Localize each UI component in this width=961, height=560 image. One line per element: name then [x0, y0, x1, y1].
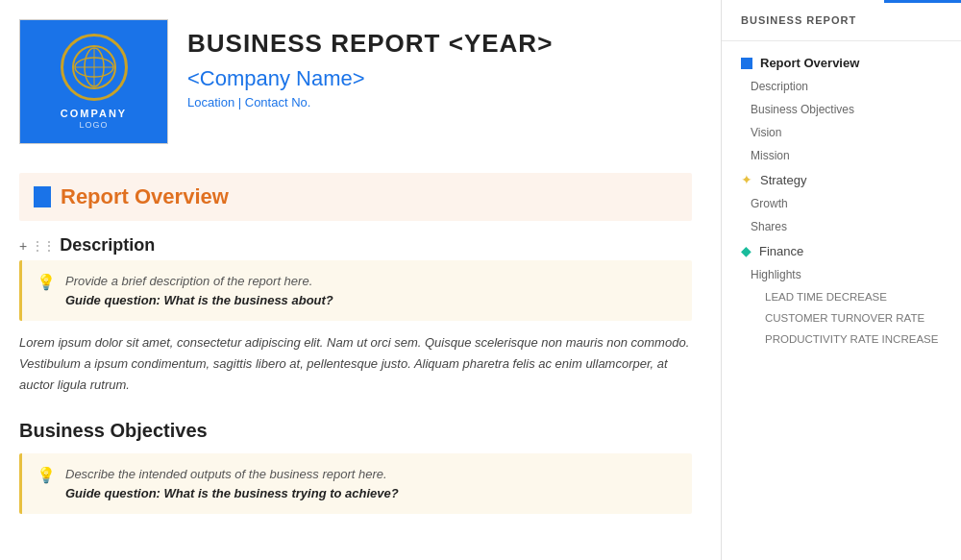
- sidebar-label-growth: Growth: [751, 197, 788, 210]
- bulb-icon: 💡: [37, 273, 56, 291]
- hint-line2: Guide question: What is the business abo…: [65, 291, 333, 310]
- overview-title: Report Overview: [61, 184, 229, 209]
- logo-company-text: COMPANY: [61, 107, 127, 120]
- sidebar-label-mission: Mission: [751, 149, 790, 162]
- objectives-hint-content: 💡 Describe the intended outputs of the b…: [37, 465, 678, 502]
- sidebar-label-report-overview: Report Overview: [760, 56, 859, 70]
- sidebar: BUSINESS REPORT Report Overview Descript…: [721, 0, 961, 560]
- objectives-hint-line2: Guide question: What is the business try…: [65, 484, 399, 503]
- report-title: BUSINESS REPORT <YEAR>: [187, 29, 553, 59]
- sidebar-label-customer-turnover: CUSTOMER TURNOVER RATE: [765, 312, 924, 324]
- sidebar-label-business-objectives: Business Objectives: [751, 103, 854, 116]
- objectives-hint-line1: Describe the intended outputs of the bus…: [65, 465, 399, 484]
- sidebar-label-shares: Shares: [751, 220, 787, 233]
- logo-circle: [61, 34, 128, 101]
- objectives-hint-text-wrapper: Describe the intended outputs of the bus…: [65, 465, 399, 502]
- sidebar-item-vision[interactable]: Vision: [722, 121, 961, 144]
- objectives-block: Business Objectives 💡 Describe the inten…: [19, 420, 692, 514]
- hint-content: 💡 Provide a brief description of the rep…: [37, 272, 678, 309]
- sidebar-item-shares[interactable]: Shares: [722, 215, 961, 238]
- description-heading: Description: [60, 235, 155, 256]
- logo-sub-text: LOGO: [79, 120, 108, 130]
- sidebar-label-finance: Finance: [759, 244, 803, 258]
- company-logo: COMPANY LOGO: [19, 19, 168, 144]
- description-block: + ⋮⋮ Description 💡 Provide a brief descr…: [19, 235, 692, 396]
- sidebar-item-finance[interactable]: ◆ Finance: [722, 238, 961, 263]
- logo-svg: [70, 43, 118, 91]
- overview-icon: [34, 186, 51, 207]
- sidebar-item-business-objectives[interactable]: Business Objectives: [722, 98, 961, 121]
- header-info: BUSINESS REPORT <YEAR> <Company Name> Lo…: [187, 19, 553, 110]
- page-header: COMPANY LOGO BUSINESS REPORT <YEAR> <Com…: [19, 19, 692, 144]
- description-controls: + ⋮⋮ Description: [19, 235, 692, 256]
- sidebar-title: BUSINESS REPORT: [722, 14, 961, 41]
- main-content: COMPANY LOGO BUSINESS REPORT <YEAR> <Com…: [0, 0, 721, 560]
- sidebar-item-strategy[interactable]: ✦ Strategy: [722, 167, 961, 192]
- sidebar-item-mission[interactable]: Mission: [722, 144, 961, 167]
- sidebar-label-highlights: Highlights: [751, 268, 801, 281]
- sidebar-item-productivity[interactable]: PRODUCTIVITY RATE INCREASE: [722, 329, 961, 350]
- company-name: <Company Name>: [187, 66, 553, 91]
- hint-text-wrapper: Provide a brief description of the repor…: [65, 272, 333, 309]
- objectives-heading: Business Objectives: [19, 420, 692, 442]
- sidebar-item-growth[interactable]: Growth: [722, 192, 961, 215]
- add-section-button[interactable]: +: [19, 238, 27, 254]
- company-location: Location | Contact No.: [187, 95, 553, 110]
- sidebar-label-strategy: Strategy: [760, 173, 806, 187]
- description-body-text: Lorem ipsum dolor sit amet, consectetur …: [19, 332, 692, 396]
- top-accent-border: [884, 0, 961, 3]
- sidebar-item-description[interactable]: Description: [722, 75, 961, 98]
- sidebar-label-lead-time: LEAD TIME DECREASE: [765, 291, 887, 303]
- description-hint-box: 💡 Provide a brief description of the rep…: [19, 260, 692, 321]
- sidebar-item-lead-time[interactable]: LEAD TIME DECREASE: [722, 286, 961, 307]
- sidebar-label-description: Description: [751, 80, 808, 93]
- sidebar-item-report-overview[interactable]: Report Overview: [722, 51, 961, 75]
- drag-handle[interactable]: ⋮⋮: [32, 239, 55, 253]
- sidebar-item-highlights[interactable]: Highlights: [722, 263, 961, 286]
- report-overview-header: Report Overview: [19, 173, 692, 221]
- overview-nav-icon: [741, 58, 752, 69]
- sidebar-item-customer-turnover[interactable]: CUSTOMER TURNOVER RATE: [722, 307, 961, 329]
- hint-line1: Provide a brief description of the repor…: [65, 272, 333, 291]
- objectives-hint-box: 💡 Describe the intended outputs of the b…: [19, 453, 692, 514]
- sidebar-label-productivity: PRODUCTIVITY RATE INCREASE: [765, 333, 938, 345]
- strategy-nav-icon: ✦: [741, 172, 752, 187]
- sidebar-label-vision: Vision: [751, 126, 781, 139]
- finance-nav-icon: ◆: [741, 243, 752, 258]
- bulb-icon-2: 💡: [37, 466, 56, 484]
